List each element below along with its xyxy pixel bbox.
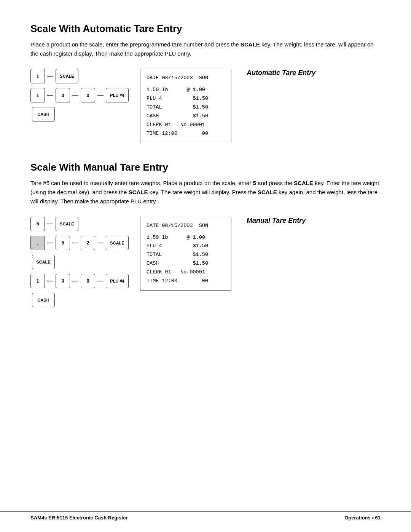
receipt2-spacer <box>147 230 225 233</box>
section1-title: Scale With Automatic Tare Entry <box>30 23 381 35</box>
key-plu4[interactable]: PLU #4 <box>106 88 129 102</box>
receipt1-line6: CASH $1.50 <box>147 112 225 121</box>
s2-dash6: — <box>72 278 78 284</box>
key-row-3: CASH <box>30 107 55 121</box>
s2-dash2: — <box>47 240 53 246</box>
s2-dash1: — <box>47 220 53 227</box>
receipt1-line1: DATE 08/15/2003 SUN <box>147 74 225 83</box>
s2-key-cash[interactable]: CASH <box>32 293 55 307</box>
section2-receipt: DATE 08/15/2003 SUN 1.50 lb @ 1.00 PLU 4… <box>140 217 231 291</box>
s2-key-0b[interactable]: 0 <box>81 274 95 288</box>
s2-key-scale1[interactable]: SCALE <box>56 217 78 231</box>
s2-dash7: — <box>97 278 104 284</box>
s2-key-0a[interactable]: 0 <box>56 274 70 288</box>
receipt1-line8: TIME 12:00 00 <box>147 129 225 138</box>
section1-desc: Place a product on the scale, enter the … <box>30 40 381 58</box>
s2-key-1[interactable]: 1 <box>30 274 45 288</box>
receipt2-line5: TOTAL $1.50 <box>147 251 225 259</box>
section-manual-tare: Scale With Manual Tare Entry Tare #5 can… <box>30 161 381 307</box>
s2-key-2[interactable]: 2 <box>81 236 95 250</box>
s2-key-dot[interactable]: . <box>30 236 45 250</box>
dash4: — <box>97 92 104 99</box>
s2-key-scale2[interactable]: SCALE <box>106 236 129 250</box>
receipt1-line4: PLU 4 $1.50 <box>147 94 225 103</box>
key-0b[interactable]: 0 <box>81 88 95 102</box>
receipt2-line1: DATE 08/15/2003 SUN <box>147 222 225 230</box>
receipt2-line8: TIME 12:00 00 <box>147 277 225 286</box>
section1-receipt: DATE 08/15/2003 SUN 1.50 lb @ 1.00 PLU 4… <box>140 69 231 143</box>
section2-diagram: 5 — SCALE . — 5 — 2 — SCALE SCALE <box>30 217 381 307</box>
receipt1-line7: CLERK 01 No.00001 <box>147 121 225 129</box>
receipt1-line5: TOTAL $1.50 <box>147 103 225 112</box>
dash3: — <box>72 92 78 99</box>
s2-key-5b[interactable]: 5 <box>56 236 70 250</box>
section2-desc: Tare #5 can be used to manually enter ta… <box>30 179 381 206</box>
s2-dash5: — <box>47 278 53 284</box>
dash: — <box>47 73 53 80</box>
section1-keys: 1 — SCALE 1 — 0 — 0 — PLU #4 CASH <box>30 69 129 121</box>
section1-label: Automatic Tare Entry <box>247 69 315 77</box>
s2-key-row-5: CASH <box>30 293 55 307</box>
key-row-2: 1 — 0 — 0 — PLU #4 <box>30 88 129 102</box>
footer-right: Operations • 61 <box>344 515 381 521</box>
page: Scale With Automatic Tare Entry Place a … <box>0 0 411 532</box>
footer-left: SAM4s ER-5115 Electronic Cash Register <box>30 515 128 521</box>
receipt1-line3: 1.50 lb @ 1.00 <box>147 86 225 94</box>
key-cash[interactable]: CASH <box>32 107 55 121</box>
receipt2-line7: CLERK 01 No.00001 <box>147 268 225 277</box>
section2-keys: 5 — SCALE . — 5 — 2 — SCALE SCALE <box>30 217 129 307</box>
dash2: — <box>47 92 53 99</box>
s2-key-row-1: 5 — SCALE <box>30 217 78 231</box>
receipt2-line6: CASH $1.50 <box>147 259 225 268</box>
section1-diagram: 1 — SCALE 1 — 0 — 0 — PLU #4 CASH <box>30 69 381 143</box>
s2-key-plu4[interactable]: PLU #4 <box>106 274 129 288</box>
section2-title: Scale With Manual Tare Entry <box>30 161 381 173</box>
receipt2-line3: 1.50 lb @ 1.00 <box>147 233 225 242</box>
s2-key-row-4: 1 — 0 — 0 — PLU #4 <box>30 274 129 288</box>
section2-label: Manual Tare Entry <box>247 217 306 225</box>
footer: SAM4s ER-5115 Electronic Cash Register O… <box>0 511 411 521</box>
s2-dash3: — <box>72 240 78 246</box>
section1-label-col: Automatic Tare Entry <box>243 69 315 77</box>
key-row-1: 1 — SCALE <box>30 69 78 83</box>
s2-key-scale3[interactable]: SCALE <box>32 255 55 269</box>
section-automatic-tare: Scale With Automatic Tare Entry Place a … <box>30 23 381 143</box>
key-0a[interactable]: 0 <box>56 88 70 102</box>
s2-key-row-3: SCALE <box>30 255 55 269</box>
receipt2-line4: PLU 4 $1.50 <box>147 242 225 251</box>
key-1b[interactable]: 1 <box>30 88 45 102</box>
s2-dash4: — <box>97 240 104 246</box>
key-scale[interactable]: SCALE <box>56 69 78 83</box>
section2-label-col: Manual Tare Entry <box>243 217 311 225</box>
receipt1-spacer <box>147 83 225 86</box>
key-1[interactable]: 1 <box>30 69 45 83</box>
s2-key-row-2: . — 5 — 2 — SCALE <box>30 236 129 250</box>
s2-key-5[interactable]: 5 <box>30 217 45 231</box>
